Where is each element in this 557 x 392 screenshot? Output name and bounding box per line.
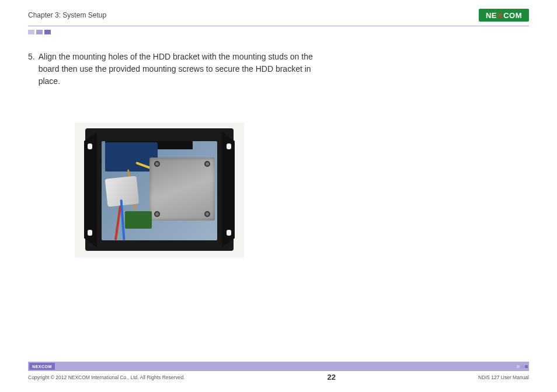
step-number: 5. [28,51,35,88]
footer-decor-squares [517,365,528,368]
bracket-screw-hole [204,161,210,167]
instruction-step-5: 5. Align the mounting holes of the HDD b… [28,51,332,88]
logo-segment-com: COM [503,11,522,20]
hdd-bracket-photo [75,123,244,258]
footer-nexcom-logo: NEXCOM [29,363,55,370]
footer-text-row: Copyright © 2012 NEXCOM International Co… [28,373,529,382]
nexcom-logo: NEXCOM [479,9,529,22]
bracket-screw-hole [154,211,160,217]
decor-square [36,30,43,34]
header-divider [28,26,529,26]
green-module [125,211,152,229]
copyright-text: Copyright © 2012 NEXCOM International Co… [28,374,184,380]
decor-square [525,365,528,368]
bracket-screw-hole [154,161,160,167]
mount-hole [227,230,231,236]
manual-page: Chapter 3: System Setup NEXCOM 5. Align … [0,0,557,392]
footer-logo-com: COM [41,365,52,369]
logo-segment-ne: NE [486,11,497,20]
page-body: 5. Align the mounting holes of the HDD b… [28,34,529,258]
footer-bar: NEXCOM [28,362,529,371]
footer-logo-ne: NE [32,365,39,369]
decor-square [28,30,34,34]
mount-hole [88,144,92,149]
chapter-title: Chapter 3: System Setup [28,11,106,19]
page-header: Chapter 3: System Setup NEXCOM [28,8,529,22]
hdd-bracket [149,158,215,220]
chassis-frame [85,128,234,251]
bracket-screw-hole [204,211,210,217]
decor-square [521,365,524,368]
mount-ear-left [84,132,97,247]
mount-ear-right [222,132,235,247]
main-board [102,141,217,240]
page-number: 22 [328,373,336,382]
document-title: NDiS 127 User Manual [478,374,529,380]
mount-hole [227,144,231,149]
decor-square [44,30,51,34]
header-decor-squares [28,30,529,34]
decor-square [517,365,520,368]
mount-hole [88,230,92,236]
step-text: Align the mounting holes of the HDD brac… [39,51,332,88]
logo-segment-x: X [497,11,503,20]
